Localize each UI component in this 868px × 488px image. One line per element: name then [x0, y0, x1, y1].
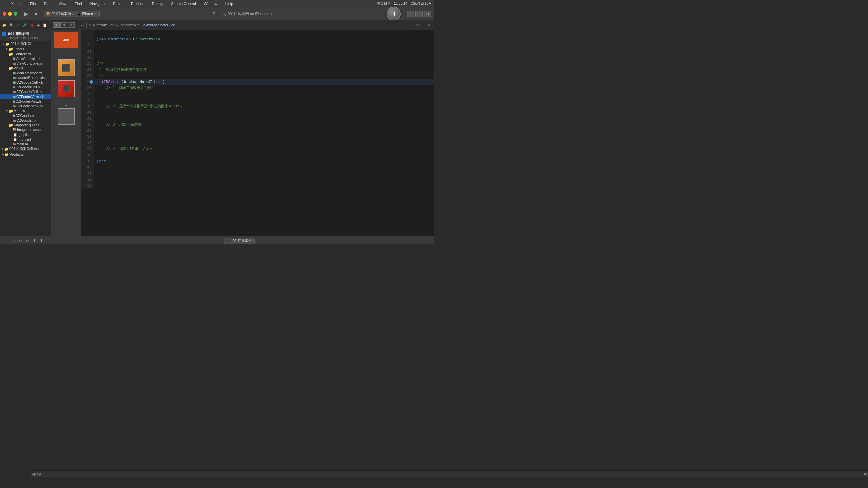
sidebar-item-ViewController-h[interactable]: h ViewController.h [0, 56, 51, 61]
scheme-selector[interactable]: 📦 001团购案例 › | 📱 iPhone 4s [44, 11, 100, 17]
nav-debug-icon[interactable]: 🐞 [29, 23, 35, 28]
menu-source-control[interactable]: Source Control [170, 1, 197, 6]
bc-method[interactable]: -btnLoadMoreClick [146, 23, 175, 27]
project-header: 🟦 001团购案例 2 targets, iOS SDK 8.1 [0, 30, 51, 41]
assistant-editor-btn[interactable]: ⊟ [60, 22, 67, 28]
menu-edit[interactable]: Edit [43, 1, 52, 6]
sidebar-item-CZGoodsCell-m[interactable]: m CZGoodsCell.m [0, 89, 51, 94]
menu-editor[interactable]: Editor [112, 1, 124, 6]
sidebar-item-label: CZFooterView.xib [16, 95, 44, 99]
bc-forward-btn[interactable]: › [83, 23, 84, 27]
sidebar-item-Views[interactable]: ▼ 📁 Views [0, 66, 51, 70]
inspector-toggle[interactable]: ⊡ [424, 11, 431, 17]
expand-icon: ▶ [1, 148, 5, 150]
nav-log-icon[interactable]: 📋 [42, 23, 48, 28]
folder-icon: 📁 [5, 147, 9, 151]
sidebar-item-CZGoodsCell-xib[interactable]: ⊞ CZGoodsCell.xib [0, 80, 51, 85]
sidebar-item-Others[interactable]: ▶ 📁 Others [0, 47, 51, 52]
close-button[interactable] [3, 12, 6, 16]
navigator-toggle[interactable]: ☰ [407, 11, 414, 17]
sidebar-item-label: 001团购案例Tests [9, 147, 39, 151]
standard-editor-btn[interactable]: ⊞ [53, 22, 60, 28]
object-square[interactable] [56, 105, 76, 126]
line-number: 20 [81, 42, 94, 48]
sidebar-item-001团购案例Tests[interactable]: ▶ 📁 001团购案例Tests [0, 146, 51, 152]
menu-find[interactable]: Find [73, 1, 83, 6]
project-name[interactable]: 001团购案例 [8, 32, 29, 36]
bc-add-btn[interactable]: + [421, 23, 426, 27]
nav-folder-icon[interactable]: 📂 [1, 23, 7, 28]
bc-file[interactable]: CZFooterView.m [114, 23, 139, 27]
add-file-btn[interactable]: + [3, 238, 7, 244]
bc-back-btn[interactable]: ‹ [81, 23, 82, 27]
sidebar-item-LaunchScreen-xib[interactable]: ⊞ LaunchScreen.xib [0, 75, 51, 80]
menu-navigate[interactable]: Navigate [89, 1, 106, 6]
sidebar-item-project[interactable]: ▼ 📁 001团购案例 [0, 41, 51, 47]
bc-automatic[interactable]: Automatic [93, 23, 107, 27]
hierarchy-down-btn[interactable]: ⬇ [39, 238, 44, 244]
storyboard-preview-cell[interactable]: 加载 [54, 32, 78, 48]
apple-menu[interactable]:  [3, 1, 4, 6]
sidebar-item-label: Controllers [14, 52, 31, 56]
line-number: 28 [81, 91, 94, 97]
sidebar-item-CZGoodsCell-h[interactable]: h CZGoodsCell.h [0, 85, 51, 89]
sidebar-item-label: CZFooterView.m [16, 104, 43, 108]
menu-file[interactable]: File [28, 1, 37, 6]
menu-product[interactable]: Product [130, 1, 145, 6]
debug-toggle[interactable]: ⊟ [415, 11, 423, 17]
nav-warning-icon[interactable]: ⚠ [16, 23, 21, 28]
pause-button[interactable]: ⏸ [387, 7, 401, 21]
run-button[interactable]: ▶ [21, 10, 31, 18]
sidebar-item-CZFooterView-h[interactable]: h CZFooterView.h [0, 99, 51, 104]
minimize-button[interactable] [8, 12, 12, 16]
sidebar-item-Info-plist[interactable]: 📋 Info.plist [0, 137, 51, 142]
sidebar-item-CZFooterView-m[interactable]: m CZFooterView.m [0, 104, 51, 108]
code-line-42: 42 [81, 177, 434, 183]
code-line-41: 41 [81, 170, 434, 177]
code-text: */ [94, 73, 434, 79]
stop-button[interactable]: ■ [34, 10, 41, 18]
file-icon: 📁 [9, 123, 13, 127]
file-icon: h [13, 85, 15, 89]
menu-xcode[interactable]: Xcode [10, 1, 23, 6]
object-cube-1[interactable]: ⬛ [56, 58, 76, 78]
menu-debug[interactable]: Debug [151, 1, 164, 6]
nav-breakpoint-icon[interactable]: ◆ [36, 23, 41, 28]
bc-sep2: › [140, 23, 141, 27]
sidebar-item-label: Models [14, 109, 25, 113]
sidebar-item-Main-storyboard[interactable]: ⊞ Main.storyboard [0, 70, 51, 75]
sidebar-item-label: Products [9, 152, 23, 156]
sidebar-item-Controllers[interactable]: ▼ 📁 Controllers [0, 52, 51, 56]
version-editor-btn[interactable]: ⊠ [68, 22, 75, 28]
input-method-label: 搜狐拼音 [377, 1, 391, 6]
sidebar-item-Images-xcassets[interactable]: 🖼 Images.xcassets [0, 127, 51, 132]
breakpoint-indicator[interactable] [90, 80, 93, 84]
back-nav-btn[interactable]: ↩ [17, 238, 23, 244]
nav-test-icon[interactable]: 🧪 [22, 23, 28, 28]
line-number: 35 [81, 134, 94, 140]
object-cube-2[interactable]: ⬛ [56, 79, 76, 99]
sidebar-item-CZGoods-h[interactable]: h CZGoods.h [0, 113, 51, 118]
bc-sep1: › [108, 23, 110, 27]
token: CZFooterView [131, 37, 160, 41]
sidebar-item-tgs-plist[interactable]: 📋 tgs.plist [0, 132, 51, 137]
maximize-button[interactable] [14, 12, 17, 16]
sidebar-item-SupportingFiles[interactable]: ▼ 📁 Supporting Files [0, 123, 51, 127]
project-icon: 🟦 [2, 32, 7, 36]
forward-nav-btn[interactable]: ↩ [24, 238, 30, 244]
menu-window[interactable]: Window [203, 1, 219, 6]
sidebar-item-CZGoods-m[interactable]: m CZGoods.m [0, 118, 51, 123]
menu-view[interactable]: View [57, 1, 68, 6]
nav-search-icon[interactable]: 🔍 [8, 23, 15, 28]
bc-close-btn[interactable]: ✕ [427, 23, 432, 27]
sidebar-item-Products[interactable]: ▶ 📁 Products [0, 152, 51, 157]
sidebar-item-CZFooterView-xib[interactable]: ⊞ CZFooterView.xib [0, 94, 51, 99]
sidebar-item-ViewController-m[interactable]: m ViewController.m [0, 61, 51, 66]
line-number: 37 [81, 146, 94, 152]
sidebar-item-Models[interactable]: ▼ 📁 Models [0, 108, 51, 113]
hierarchy-up-btn[interactable]: ⬆ [32, 238, 37, 244]
sidebar-item-main-m[interactable]: m main.m [0, 142, 51, 146]
editor-view-btn[interactable]: ⊞ [10, 238, 16, 244]
code-line-35: 35 [81, 134, 434, 140]
menu-help[interactable]: Help [224, 1, 235, 6]
